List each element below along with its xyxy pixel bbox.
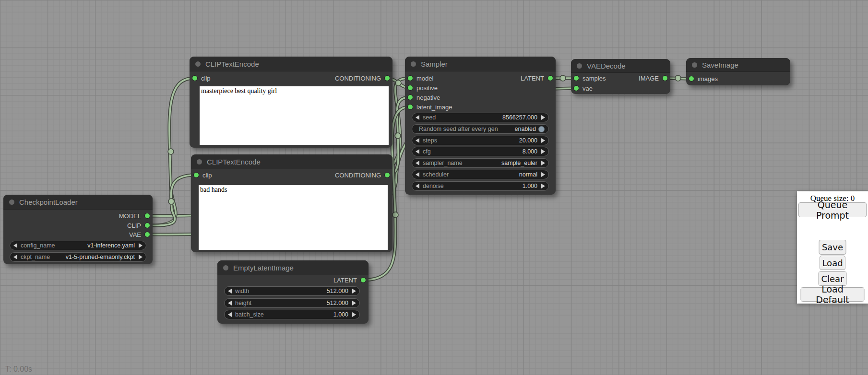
output-slot-model[interactable]: MODEL (119, 211, 150, 221)
widget-value: sample_euler (501, 160, 537, 166)
decrement-arrow-icon[interactable] (416, 172, 419, 177)
input-slot-samples[interactable]: samples (574, 73, 606, 83)
decrement-arrow-icon[interactable] (416, 138, 419, 143)
input-slot-positive[interactable]: positive (408, 83, 438, 93)
slot-label: CLIP (127, 222, 141, 229)
slot-dot-icon[interactable] (408, 85, 413, 90)
input-slot-vae[interactable]: vae (574, 83, 593, 93)
increment-arrow-icon[interactable] (541, 138, 545, 143)
decrement-arrow-icon[interactable] (228, 289, 232, 293)
node-title-bar[interactable]: Sampler (405, 57, 556, 71)
node-title-bar[interactable]: VAEDecode (571, 59, 670, 73)
node-vaedecode[interactable]: VAEDecode samples vae IMAGE (571, 59, 670, 94)
collapse-dot-icon[interactable] (411, 61, 416, 67)
slot-dot-icon[interactable] (145, 232, 150, 237)
node-cliptextencode-positive[interactable]: CLIPTextEncode clip CONDITIONING masterp… (190, 57, 392, 148)
slot-dot-icon[interactable] (145, 213, 150, 218)
widget-seed[interactable]: seed 8566257.000 (412, 113, 549, 122)
collapse-dot-icon[interactable] (195, 61, 201, 67)
increment-arrow-icon[interactable] (541, 172, 545, 177)
decrement-arrow-icon[interactable] (416, 184, 419, 188)
widget-random-seed-toggle[interactable]: Random seed after every gen enabled (412, 124, 549, 134)
input-slot-negative[interactable]: negative (408, 93, 440, 102)
increment-arrow-icon[interactable] (352, 312, 356, 317)
input-slot-clip[interactable]: clip (192, 73, 211, 83)
slot-dot-icon[interactable] (663, 76, 667, 81)
load-button[interactable]: Load (820, 256, 845, 270)
slot-dot-icon[interactable] (408, 76, 413, 81)
widget-batch-size[interactable]: batch_size 1.000 (224, 310, 360, 319)
node-title-bar[interactable]: CLIPTextEncode (191, 154, 392, 169)
increment-arrow-icon[interactable] (541, 149, 545, 154)
node-title-bar[interactable]: SaveImage (686, 58, 790, 72)
increment-arrow-icon[interactable] (541, 184, 545, 188)
widget-steps[interactable]: steps 20.000 (412, 136, 549, 145)
decrement-arrow-icon[interactable] (228, 301, 232, 305)
increment-arrow-icon[interactable] (352, 301, 356, 305)
decrement-arrow-icon[interactable] (416, 161, 419, 165)
widget-scheduler[interactable]: scheduler normal (412, 170, 549, 179)
output-slot-vae[interactable]: VAE (129, 230, 150, 239)
collapse-dot-icon[interactable] (577, 63, 582, 69)
node-checkpointloader[interactable]: CheckpointLoader MODEL CLIP VAE config_n… (3, 195, 153, 264)
output-slot-conditioning[interactable]: CONDITIONING (335, 73, 390, 83)
slot-dot-icon[interactable] (385, 76, 390, 81)
next-option-arrow-icon[interactable] (139, 243, 143, 248)
decrement-arrow-icon[interactable] (228, 312, 232, 317)
slot-dot-icon[interactable] (385, 173, 390, 177)
slot-dot-icon[interactable] (574, 86, 579, 91)
widget-config-name[interactable]: config_name v1-inference.yaml (10, 241, 146, 250)
output-slot-image[interactable]: IMAGE (639, 73, 667, 83)
queue-prompt-button[interactable]: Queue Prompt (798, 202, 867, 217)
output-slot-latent[interactable]: LATENT (333, 275, 366, 285)
widget-sampler-name[interactable]: sampler_name sample_euler (412, 158, 549, 168)
widget-width[interactable]: width 512.000 (224, 286, 360, 296)
prev-option-arrow-icon[interactable] (13, 243, 17, 248)
slot-dot-icon[interactable] (574, 76, 579, 81)
save-button[interactable]: Save (819, 240, 846, 255)
increment-arrow-icon[interactable] (541, 161, 545, 165)
increment-arrow-icon[interactable] (541, 115, 545, 120)
input-slot-clip[interactable]: clip (194, 170, 212, 180)
toggle-circle-icon[interactable] (538, 126, 545, 132)
slot-dot-icon[interactable] (145, 223, 150, 228)
slot-dot-icon[interactable] (408, 95, 413, 100)
node-title-bar[interactable]: CheckpointLoader (3, 195, 153, 210)
slot-dot-icon[interactable] (408, 105, 413, 109)
next-option-arrow-icon[interactable] (139, 255, 143, 259)
widget-ckpt-name[interactable]: ckpt_name v1-5-pruned-emaonly.ckpt (10, 252, 146, 262)
widget-label: seed (423, 114, 436, 121)
node-emptylatentimage[interactable]: EmptyLatentImage LATENT width 512.000 he… (217, 260, 369, 324)
slot-dot-icon[interactable] (548, 76, 553, 81)
collapse-dot-icon[interactable] (692, 62, 697, 68)
output-slot-latent[interactable]: LATENT (521, 73, 553, 83)
decrement-arrow-icon[interactable] (416, 115, 419, 120)
output-slot-clip[interactable]: CLIP (127, 221, 150, 230)
slot-dot-icon[interactable] (192, 76, 197, 81)
slot-dot-icon[interactable] (194, 173, 199, 177)
collapse-dot-icon[interactable] (9, 199, 14, 205)
node-saveimage[interactable]: SaveImage images (686, 58, 790, 85)
collapse-dot-icon[interactable] (223, 265, 228, 270)
widget-cfg[interactable]: cfg 8.000 (412, 147, 549, 156)
node-title-bar[interactable]: CLIPTextEncode (190, 57, 392, 71)
node-cliptextencode-negative[interactable]: CLIPTextEncode clip CONDITIONING bad han… (191, 154, 392, 252)
prompt-textarea[interactable]: bad hands (199, 185, 388, 250)
input-slot-latent-image[interactable]: latent_image (408, 102, 452, 112)
slot-dot-icon[interactable] (361, 278, 366, 282)
node-title-bar[interactable]: EmptyLatentImage (217, 260, 369, 275)
load-default-button[interactable]: Load Default (801, 287, 865, 302)
prev-option-arrow-icon[interactable] (13, 255, 17, 259)
widget-height[interactable]: height 512.000 (224, 298, 360, 308)
decrement-arrow-icon[interactable] (416, 149, 419, 154)
node-graph-canvas[interactable]: CLIPTextEncode clip CONDITIONING masterp… (0, 0, 868, 375)
input-slot-images[interactable]: images (689, 74, 718, 83)
slot-dot-icon[interactable] (689, 76, 694, 81)
increment-arrow-icon[interactable] (352, 289, 356, 293)
collapse-dot-icon[interactable] (197, 159, 202, 164)
prompt-textarea[interactable]: masterpiece best quality girl (200, 86, 389, 145)
node-sampler[interactable]: Sampler model positive negative latent_i… (405, 57, 556, 195)
widget-denoise[interactable]: denoise 1.000 (412, 181, 549, 191)
input-slot-model[interactable]: model (408, 73, 433, 83)
output-slot-conditioning[interactable]: CONDITIONING (335, 170, 390, 180)
